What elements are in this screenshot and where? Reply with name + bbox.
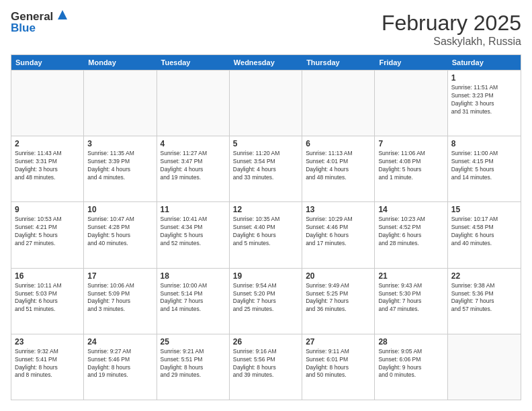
day-info: Sunrise: 9:11 AM Sunset: 6:01 PM Dayligh… (306, 348, 371, 380)
day-cell-20: 20Sunrise: 9:49 AM Sunset: 5:25 PM Dayli… (302, 269, 375, 334)
day-cell-5: 5Sunrise: 11:20 AM Sunset: 3:54 PM Dayli… (230, 136, 302, 201)
day-cell-16: 16Sunrise: 10:11 AM Sunset: 5:03 PM Dayl… (11, 269, 84, 334)
calendar-row-3: 16Sunrise: 10:11 AM Sunset: 5:03 PM Dayl… (11, 268, 521, 334)
day-number: 4 (161, 139, 226, 148)
day-number: 14 (378, 205, 443, 214)
day-cell-10: 10Sunrise: 10:47 AM Sunset: 4:28 PM Dayl… (84, 202, 157, 267)
day-number: 28 (378, 337, 443, 347)
day-info: Sunrise: 9:32 AM Sunset: 5:41 PM Dayligh… (15, 348, 80, 380)
day-info: Sunrise: 11:43 AM Sunset: 3:31 PM Daylig… (15, 150, 80, 182)
day-info: Sunrise: 10:35 AM Sunset: 4:40 PM Daylig… (233, 216, 298, 248)
day-info: Sunrise: 11:35 AM Sunset: 3:39 PM Daylig… (87, 150, 152, 182)
day-info: Sunrise: 9:27 AM Sunset: 5:46 PM Dayligh… (87, 348, 152, 380)
day-number: 10 (87, 205, 152, 214)
day-number: 7 (378, 139, 443, 148)
day-info: Sunrise: 9:21 AM Sunset: 5:51 PM Dayligh… (161, 348, 226, 380)
day-number: 22 (451, 271, 517, 281)
day-info: Sunrise: 9:16 AM Sunset: 5:56 PM Dayligh… (233, 348, 298, 380)
day-cell-21: 21Sunrise: 9:43 AM Sunset: 5:30 PM Dayli… (375, 269, 447, 334)
day-info: Sunrise: 9:49 AM Sunset: 5:25 PM Dayligh… (306, 282, 371, 314)
empty-cell (230, 71, 302, 136)
day-cell-27: 27Sunrise: 9:11 AM Sunset: 6:01 PM Dayli… (302, 334, 375, 400)
day-cell-26: 26Sunrise: 9:16 AM Sunset: 5:56 PM Dayli… (230, 334, 302, 400)
day-cell-19: 19Sunrise: 9:54 AM Sunset: 5:20 PM Dayli… (230, 269, 302, 334)
logo-icon (55, 7, 70, 22)
logo: General Blue (11, 11, 70, 34)
day-info: Sunrise: 11:00 AM Sunset: 4:15 PM Daylig… (451, 150, 517, 182)
title-section: February 2025 Saskylakh, Russia (382, 11, 521, 48)
day-number: 15 (451, 205, 517, 214)
location-subtitle: Saskylakh, Russia (382, 36, 521, 48)
day-info: Sunrise: 10:41 AM Sunset: 4:34 PM Daylig… (161, 216, 226, 248)
day-number: 5 (233, 139, 298, 148)
day-number: 11 (161, 205, 226, 214)
day-number: 16 (15, 271, 80, 281)
calendar-body: 1Sunrise: 11:51 AM Sunset: 3:23 PM Dayli… (11, 70, 521, 400)
weekday-header-thursday: Thursday (302, 55, 375, 70)
day-cell-22: 22Sunrise: 9:38 AM Sunset: 5:36 PM Dayli… (448, 269, 521, 334)
day-number: 1 (451, 73, 517, 83)
day-cell-2: 2Sunrise: 11:43 AM Sunset: 3:31 PM Dayli… (11, 136, 84, 201)
day-info: Sunrise: 10:00 AM Sunset: 5:14 PM Daylig… (161, 282, 226, 314)
day-number: 3 (87, 139, 152, 148)
day-info: Sunrise: 11:51 AM Sunset: 3:23 PM Daylig… (451, 84, 517, 116)
day-number: 20 (306, 271, 371, 281)
day-info: Sunrise: 9:54 AM Sunset: 5:20 PM Dayligh… (233, 282, 298, 314)
day-info: Sunrise: 11:27 AM Sunset: 3:47 PM Daylig… (161, 150, 226, 182)
day-info: Sunrise: 11:13 AM Sunset: 4:01 PM Daylig… (306, 150, 371, 182)
day-number: 12 (233, 205, 298, 214)
day-cell-18: 18Sunrise: 10:00 AM Sunset: 5:14 PM Dayl… (157, 269, 230, 334)
day-cell-15: 15Sunrise: 10:17 AM Sunset: 4:58 PM Dayl… (448, 202, 521, 267)
day-info: Sunrise: 10:47 AM Sunset: 4:28 PM Daylig… (87, 216, 152, 248)
weekday-header-sunday: Sunday (11, 55, 84, 70)
day-info: Sunrise: 9:43 AM Sunset: 5:30 PM Dayligh… (378, 282, 443, 314)
calendar-row-2: 9Sunrise: 10:53 AM Sunset: 4:21 PM Dayli… (11, 201, 521, 267)
month-title: February 2025 (382, 11, 521, 36)
day-cell-28: 28Sunrise: 9:05 AM Sunset: 6:06 PM Dayli… (375, 334, 447, 400)
day-number: 2 (15, 139, 80, 148)
day-info: Sunrise: 11:06 AM Sunset: 4:08 PM Daylig… (378, 150, 443, 182)
day-cell-13: 13Sunrise: 10:29 AM Sunset: 4:46 PM Dayl… (302, 202, 375, 267)
day-info: Sunrise: 10:06 AM Sunset: 5:09 PM Daylig… (87, 282, 152, 314)
day-cell-12: 12Sunrise: 10:35 AM Sunset: 4:40 PM Dayl… (230, 202, 302, 267)
weekday-header-saturday: Saturday (448, 55, 521, 70)
weekday-header-friday: Friday (375, 55, 447, 70)
day-cell-11: 11Sunrise: 10:41 AM Sunset: 4:34 PM Dayl… (157, 202, 230, 267)
day-number: 24 (87, 337, 152, 347)
calendar-row-0: 1Sunrise: 11:51 AM Sunset: 3:23 PM Dayli… (11, 70, 521, 136)
calendar-header: SundayMondayTuesdayWednesdayThursdayFrid… (11, 55, 521, 70)
weekday-header-tuesday: Tuesday (157, 55, 230, 70)
day-cell-3: 3Sunrise: 11:35 AM Sunset: 3:39 PM Dayli… (84, 136, 157, 201)
calendar: SundayMondayTuesdayWednesdayThursdayFrid… (11, 54, 521, 400)
day-cell-1: 1Sunrise: 11:51 AM Sunset: 3:23 PM Dayli… (448, 71, 521, 136)
day-info: Sunrise: 11:20 AM Sunset: 3:54 PM Daylig… (233, 150, 298, 182)
day-cell-8: 8Sunrise: 11:00 AM Sunset: 4:15 PM Dayli… (448, 136, 521, 201)
logo-blue: Blue (11, 22, 70, 35)
day-number: 27 (306, 337, 371, 347)
day-info: Sunrise: 10:53 AM Sunset: 4:21 PM Daylig… (15, 216, 80, 248)
day-info: Sunrise: 9:05 AM Sunset: 6:06 PM Dayligh… (378, 348, 443, 380)
header: General Blue February 2025 Saskylakh, Ru… (11, 11, 521, 48)
day-cell-17: 17Sunrise: 10:06 AM Sunset: 5:09 PM Dayl… (84, 269, 157, 334)
day-cell-7: 7Sunrise: 11:06 AM Sunset: 4:08 PM Dayli… (375, 136, 447, 201)
svg-marker-0 (58, 10, 67, 19)
day-info: Sunrise: 9:38 AM Sunset: 5:36 PM Dayligh… (451, 282, 517, 314)
day-cell-9: 9Sunrise: 10:53 AM Sunset: 4:21 PM Dayli… (11, 202, 84, 267)
day-number: 19 (233, 271, 298, 281)
weekday-header-wednesday: Wednesday (230, 55, 302, 70)
day-cell-6: 6Sunrise: 11:13 AM Sunset: 4:01 PM Dayli… (302, 136, 375, 201)
empty-cell (84, 71, 157, 136)
day-cell-24: 24Sunrise: 9:27 AM Sunset: 5:46 PM Dayli… (84, 334, 157, 400)
weekday-header-monday: Monday (84, 55, 157, 70)
empty-cell (448, 334, 521, 400)
page: General Blue February 2025 Saskylakh, Ru… (0, 0, 532, 411)
day-number: 18 (161, 271, 226, 281)
day-cell-14: 14Sunrise: 10:23 AM Sunset: 4:52 PM Dayl… (375, 202, 447, 267)
empty-cell (11, 71, 84, 136)
day-number: 17 (87, 271, 152, 281)
day-number: 26 (233, 337, 298, 347)
calendar-row-1: 2Sunrise: 11:43 AM Sunset: 3:31 PM Dayli… (11, 136, 521, 201)
day-info: Sunrise: 10:17 AM Sunset: 4:58 PM Daylig… (451, 216, 517, 248)
empty-cell (375, 71, 447, 136)
day-number: 9 (15, 205, 80, 214)
